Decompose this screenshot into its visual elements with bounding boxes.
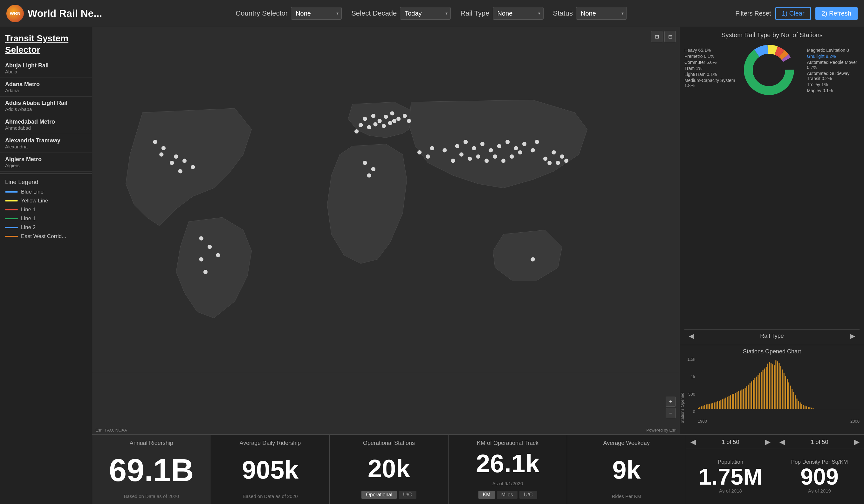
filters-reset-label: Filters Reset (735, 10, 771, 17)
list-item[interactable]: Ahmedabad Metro Ahmedabad (0, 115, 92, 134)
svg-rect-95 (736, 392, 737, 409)
red-line-swatch (5, 209, 18, 211)
clear-button[interactable]: 1) Clear (775, 7, 811, 20)
svg-point-59 (543, 157, 548, 161)
main-container: Transit System Selector Abuja Light Rail… (0, 27, 864, 504)
map-layers-button[interactable]: ⊞ (651, 31, 662, 42)
svg-point-41 (161, 146, 166, 150)
pop-density-next[interactable]: ▶ (854, 438, 860, 446)
svg-rect-104 (751, 381, 752, 409)
svg-point-44 (159, 153, 164, 157)
svg-point-19 (480, 142, 484, 146)
rail-type-selector-wrapper[interactable]: None (493, 7, 543, 20)
svg-point-42 (174, 154, 178, 159)
decade-label: Select Decade (351, 9, 397, 17)
svg-point-30 (484, 159, 489, 163)
avg-weekday-sublabel: Rides Per KM (574, 493, 679, 499)
svg-rect-75 (704, 405, 705, 409)
svg-rect-125 (785, 376, 786, 409)
uc-tab[interactable]: U/C (399, 491, 417, 499)
country-selector-select[interactable]: None (291, 7, 342, 20)
svg-rect-91 (730, 395, 731, 409)
status-selector-select[interactable]: None (576, 7, 627, 20)
pop-density-page: 1 of 50 (811, 439, 828, 445)
uc-tab2[interactable]: U/C (519, 491, 537, 499)
rail-type-selector-select[interactable]: None (493, 7, 543, 20)
list-item[interactable]: Alexandria Tramway Alexandria (0, 134, 92, 153)
app-title: World Rail Ne... (28, 8, 102, 20)
list-item[interactable]: Addis Ababa Light Rail Addis Ababa (0, 97, 92, 115)
avg-weekday-label: Average Weekday (574, 440, 679, 446)
svg-point-7 (359, 123, 363, 127)
x-tick-1900: 1900 (698, 419, 707, 424)
list-item[interactable]: Algiers Metro Algiers (0, 153, 92, 172)
svg-point-3 (377, 119, 382, 123)
pie-label: Medium-Capacity System 1.8% (684, 78, 737, 88)
list-item[interactable]: Adana Metro Adana (0, 78, 92, 97)
operational-stations-value: 20k (336, 456, 442, 481)
annual-ridership-sublabel: Based on Data as of 2020 (98, 493, 204, 499)
svg-rect-122 (780, 366, 781, 409)
pie-label: Ghullight 9.2% (807, 54, 860, 59)
avg-weekday-card: Average Weekday 9k Rides Per KM (567, 435, 686, 504)
svg-rect-96 (738, 391, 739, 409)
pop-next[interactable]: ▶ (765, 438, 770, 446)
svg-rect-119 (775, 360, 776, 409)
svg-point-22 (505, 140, 509, 144)
map-container[interactable]: ⊞ ⊟ (92, 27, 680, 434)
km-track-label: KM of Operational Track (455, 440, 561, 446)
transit-city: Adana (5, 88, 87, 93)
svg-rect-117 (772, 364, 773, 409)
svg-point-26 (535, 140, 539, 144)
svg-rect-134 (800, 402, 801, 409)
svg-point-39 (367, 173, 371, 178)
orange-line-swatch (5, 236, 18, 237)
svg-rect-118 (774, 365, 775, 409)
svg-point-18 (472, 146, 476, 150)
list-item[interactable]: Abuja Light Rail Abuja (0, 59, 92, 78)
pie-chart (740, 41, 804, 105)
transit-name: Abuja Light Rail (5, 62, 87, 69)
legend-label: Yellow Line (21, 198, 48, 204)
svg-rect-86 (722, 399, 723, 409)
status-label: Status (553, 9, 573, 17)
svg-rect-101 (746, 386, 747, 409)
svg-rect-136 (803, 405, 804, 409)
svg-rect-106 (754, 378, 755, 409)
status-selector-wrapper[interactable]: None (576, 7, 627, 20)
svg-rect-138 (806, 406, 807, 409)
svg-point-8 (367, 125, 371, 129)
refresh-button[interactable]: 2) Refresh (815, 7, 857, 20)
y-axis-label: Stations Opened (680, 393, 685, 424)
map-grid-button[interactable]: ⊟ (664, 31, 676, 42)
country-selector-wrapper[interactable]: None (291, 7, 342, 20)
map-zoom-in[interactable]: + (665, 397, 676, 407)
svg-point-46 (191, 165, 195, 169)
stations-bar-chart (698, 357, 860, 412)
km-tab[interactable]: KM (478, 491, 495, 499)
svg-point-36 (451, 159, 455, 163)
decade-filter-group: Select Decade Today (351, 7, 451, 20)
decade-selector-select[interactable]: Today (400, 7, 451, 20)
legend-label: Line 2 (21, 224, 36, 231)
pop-density-prev[interactable]: ◀ (779, 438, 785, 446)
svg-point-62 (564, 159, 568, 163)
legend-item: Line 2 (5, 224, 87, 231)
rail-type-next[interactable]: ▶ (850, 332, 855, 340)
svg-rect-137 (805, 406, 805, 409)
svg-rect-130 (793, 392, 794, 409)
decade-selector-wrapper[interactable]: Today (400, 7, 451, 20)
svg-point-43 (170, 161, 174, 165)
operational-stations-card: Operational Stations 20k Operational U/C (329, 435, 448, 504)
svg-point-56 (430, 146, 434, 150)
rail-type-filter-group: Rail Type None (460, 7, 543, 20)
pop-prev[interactable]: ◀ (691, 438, 696, 446)
map-zoom-out[interactable]: − (665, 408, 676, 418)
operational-tab[interactable]: Operational (361, 491, 397, 499)
rail-type-prev[interactable]: ◀ (689, 332, 694, 340)
miles-tab[interactable]: Miles (497, 491, 517, 499)
pop-date: As of 2018 (691, 488, 770, 493)
pop-density-date: As of 2019 (780, 488, 859, 493)
svg-point-60 (548, 161, 552, 165)
svg-point-13 (403, 114, 407, 118)
